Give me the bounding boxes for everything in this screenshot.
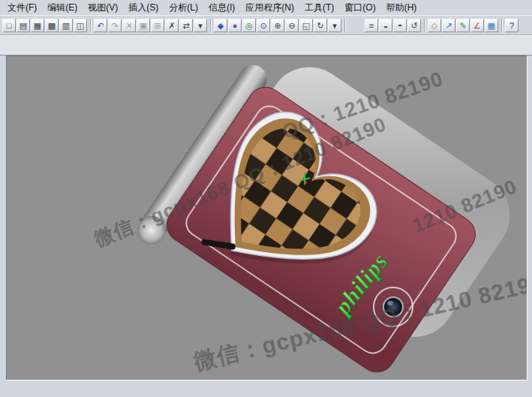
new-file-icon[interactable]: □ xyxy=(2,19,16,32)
delete-icon[interactable]: ✗ xyxy=(165,19,179,32)
prompt-bar xyxy=(0,35,532,56)
datum-plane-icon[interactable]: ◇ xyxy=(428,19,441,32)
shaded-view-icon[interactable]: ● xyxy=(228,19,242,32)
open-file-icon[interactable]: ▤ xyxy=(17,19,30,32)
menu-application[interactable]: 应用程序(N) xyxy=(240,0,299,16)
toolbar-separator xyxy=(424,19,425,32)
paste-icon[interactable]: ⊞ xyxy=(151,19,164,32)
view-dropdown-icon[interactable]: ▾ xyxy=(328,19,341,32)
print-icon[interactable]: ▥ xyxy=(59,19,73,32)
object-display-icon[interactable]: ◓ xyxy=(393,19,407,32)
menu-analysis[interactable]: 分析(L) xyxy=(164,0,203,16)
toolbar-separator xyxy=(344,19,346,32)
menu-view[interactable]: 视图(V) xyxy=(83,0,123,16)
toolbar-gap xyxy=(348,19,365,32)
datum-axis-icon[interactable]: ↗ xyxy=(442,19,455,32)
graphics-viewport[interactable]: philips QQ：1210 82190 微信：gcpx168 QQ：1210… xyxy=(6,56,527,380)
menu-insert[interactable]: 插入(S) xyxy=(123,0,164,16)
fit-view-icon[interactable]: ⊙ xyxy=(257,19,270,32)
transform-icon[interactable]: ⇄ xyxy=(179,19,193,32)
rotate-view-icon[interactable]: ↻ xyxy=(314,19,327,32)
copy-icon[interactable]: ▣ xyxy=(137,19,150,32)
menu-information[interactable]: 信息(I) xyxy=(203,0,240,16)
save-icon[interactable]: ▦ xyxy=(31,19,44,32)
status-bar xyxy=(0,380,532,397)
toolbar-separator xyxy=(210,19,212,32)
toolbar-separator xyxy=(501,19,503,32)
menu-help[interactable]: 帮助(H) xyxy=(381,0,422,16)
save-as-icon[interactable]: ▩ xyxy=(45,19,59,32)
grid-icon[interactable]: ▦ xyxy=(485,19,498,32)
toolbar-separator xyxy=(90,19,92,32)
wireframe-view-icon[interactable]: ◎ xyxy=(242,19,256,32)
main-toolbar: □▤▦▩▥◫↶↷✕▣⊞✗⇄▾◆●◎⊙⊕⊖◱↻▾≡◒◓↺◇↗✎∠▦? xyxy=(0,15,532,35)
edit-more-dropdown-icon[interactable]: ▾ xyxy=(194,19,207,32)
sketch-icon[interactable]: ✎ xyxy=(456,19,470,32)
zoom-out-icon[interactable]: ⊖ xyxy=(285,19,299,32)
plot-icon[interactable]: ◫ xyxy=(74,19,87,32)
constraint-icon[interactable]: ∠ xyxy=(470,19,484,32)
undo-icon[interactable]: ↶ xyxy=(94,19,107,32)
menu-edit[interactable]: 编辑(E) xyxy=(42,0,83,16)
cut-icon[interactable]: ✕ xyxy=(122,19,136,32)
refresh-icon[interactable]: ↺ xyxy=(407,19,421,32)
zoom-in-icon[interactable]: ⊕ xyxy=(271,19,284,32)
menu-window[interactable]: 窗口(O) xyxy=(339,0,380,16)
zoom-window-icon[interactable]: ◱ xyxy=(299,19,313,32)
redo-icon[interactable]: ↷ xyxy=(108,19,122,32)
view-style-icon[interactable]: ◆ xyxy=(214,19,227,32)
context-help-icon[interactable]: ? xyxy=(505,19,518,32)
menu-bar: 文件(F)编辑(E)视图(V)插入(S)分析(L)信息(I)应用程序(N)工具(… xyxy=(0,0,532,15)
menu-tools[interactable]: 工具(T) xyxy=(299,0,339,16)
menu-file[interactable]: 文件(F) xyxy=(2,0,42,16)
show-hide-icon[interactable]: ◒ xyxy=(379,19,392,32)
layer-settings-icon[interactable]: ≡ xyxy=(365,19,378,32)
